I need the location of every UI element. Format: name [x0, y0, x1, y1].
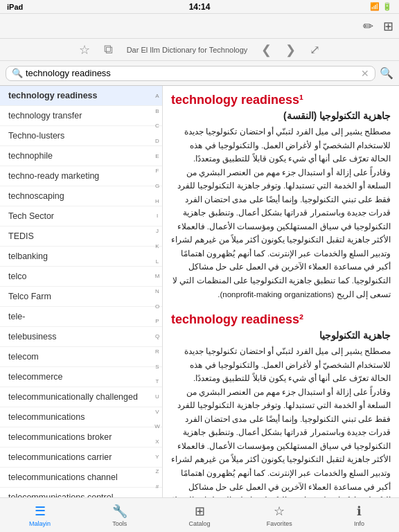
nav-bar: ☆ ⧉ Dar El Ilm Dictionary for Technology… [0, 39, 399, 61]
alpha-letter-d[interactable]: D [155, 139, 159, 144]
alpha-letter-s[interactable]: S [155, 364, 159, 370]
bottom-nav-item-favorites[interactable]: ☆Favorites [240, 504, 319, 527]
top-toolbar: ✏ ⊞ [0, 14, 399, 39]
search-icon: 🔍 [12, 68, 23, 78]
list-item[interactable]: telecommunications broker [0, 427, 162, 447]
bottom-nav-icon: 🔧 [112, 504, 127, 519]
list-item[interactable]: telecommunications carrier [0, 447, 162, 468]
list-item[interactable]: telbanking [0, 247, 162, 267]
search-bar: 🔍 ✕ 🔍 [0, 61, 399, 86]
bottom-nav: ☰Malayin🔧Tools⊞Catalog☆FavoritesℹInfo [0, 497, 399, 532]
alpha-letter-j[interactable]: J [156, 229, 159, 234]
status-bar-time: 14:14 [189, 2, 211, 12]
nav-star-icon[interactable]: ☆ [79, 42, 90, 57]
alpha-letter-e[interactable]: E [155, 154, 159, 159]
list-item[interactable]: Telco Farm [0, 287, 162, 307]
alpha-letter-v[interactable]: V [155, 409, 159, 415]
toolbar-right-icons: ✏ ⊞ [363, 19, 393, 34]
list-item[interactable]: Tech Sector [0, 206, 162, 227]
carrier-label: iPad [7, 3, 23, 11]
nav-back-arrow[interactable]: ❮ [261, 42, 272, 57]
status-bar: iPad 14:14 📶 🔋 [0, 0, 399, 14]
list-item[interactable]: technology transfer [0, 106, 162, 126]
alpha-letter-q[interactable]: Q [155, 334, 159, 339]
bottom-nav-icon: ☆ [274, 504, 285, 519]
entry-subtitle: جاهزية التكنولوجيا (النقسة) [171, 110, 391, 121]
list-item[interactable]: TEDIS [0, 227, 162, 247]
entry-body: مصطلح يشير إلى ميل الفرد لتبنّي أو احتضا… [171, 125, 391, 301]
list-item[interactable]: telebusiness [0, 327, 162, 347]
list-item[interactable]: techno-ready marketing [0, 166, 162, 186]
alphabet-sidebar: ABCDEFGHIJKLMNOPQRSTUVWXYZ# [152, 86, 162, 497]
list-item[interactable]: telecommunications control [0, 488, 162, 497]
list-item[interactable]: telecommunicationally challenged [0, 387, 162, 407]
nav-title: Dar El Ilm Dictionary for Technology [127, 46, 248, 54]
alpha-letter-w[interactable]: W [154, 424, 160, 429]
bottom-nav-label: Malayin [29, 520, 51, 527]
alpha-letter-m[interactable]: M [155, 274, 160, 279]
alpha-letter-o[interactable]: O [155, 304, 159, 310]
bottom-nav-item-catalog[interactable]: ⊞Catalog [159, 504, 239, 527]
list-item[interactable]: Techno-lusters [0, 126, 162, 146]
entry-body: مصطلح يشير إلى ميل الفرد لتبنّي أو احتضا… [171, 345, 391, 497]
alpha-letter-u[interactable]: U [155, 394, 159, 400]
alpha-letter-h[interactable]: H [155, 199, 159, 204]
alpha-letter-r[interactable]: R [155, 349, 159, 355]
list-item[interactable]: technophile [0, 146, 162, 166]
edit-icon[interactable]: ✏ [363, 19, 373, 34]
entry-subtitle: جاهزية التكنولوجيا [171, 330, 391, 341]
alpha-letter-l[interactable]: L [156, 259, 159, 265]
search-input-wrap: 🔍 ✕ [6, 66, 375, 81]
alpha-letter-p[interactable]: P [155, 319, 159, 324]
bottom-nav-label: Info [354, 520, 364, 527]
alpha-letter-b[interactable]: B [155, 109, 159, 114]
entry-title: technology readiness¹ [171, 93, 391, 107]
alpha-letter-t[interactable]: T [156, 379, 159, 384]
alpha-letter-c[interactable]: C [155, 123, 159, 129]
search-clear-icon[interactable]: ✕ [361, 68, 369, 79]
bottom-nav-item-malayin[interactable]: ☰Malayin [0, 504, 80, 527]
list-item[interactable]: telecommunications [0, 407, 162, 427]
nav-expand-icon[interactable]: ⤢ [310, 42, 320, 57]
list-item[interactable]: telecom [0, 347, 162, 367]
alpha-letter-y[interactable]: Y [155, 454, 159, 460]
left-list: technology readinesstechnology transferT… [0, 86, 163, 497]
bottom-nav-item-tools[interactable]: 🔧Tools [80, 504, 159, 527]
search-input[interactable] [26, 68, 358, 78]
status-bar-left: iPad [7, 3, 23, 11]
list-item[interactable]: technology readiness [0, 86, 162, 106]
status-bar-right: 📶 🔋 [370, 2, 392, 11]
alpha-letter-#[interactable]: # [156, 484, 159, 490]
bottom-nav-icon: ⊞ [195, 504, 205, 519]
alpha-letter-g[interactable]: G [155, 184, 159, 189]
alpha-letter-f[interactable]: F [156, 168, 159, 174]
main-area: technology readinesstechnology transferT… [0, 86, 399, 497]
wifi-icon: 📶 [370, 2, 380, 11]
bottom-nav-item-info[interactable]: ℹInfo [319, 504, 399, 527]
alpha-letter-n[interactable]: N [155, 289, 159, 294]
grid-icon[interactable]: ⊞ [383, 19, 393, 34]
right-panel: technology readiness¹جاهزية التكنولوجيا … [163, 86, 399, 497]
search-submit-icon[interactable]: 🔍 [380, 66, 393, 80]
alpha-letter-i[interactable]: I [157, 213, 158, 219]
battery-icon: 🔋 [382, 2, 392, 11]
alpha-letter-z[interactable]: Z [156, 469, 159, 475]
list-item[interactable]: technoscaping [0, 186, 162, 206]
alpha-letter-x[interactable]: X [155, 439, 159, 445]
bottom-nav-label: Favorites [267, 520, 292, 527]
entry-title: technology readiness² [171, 312, 391, 327]
list-item[interactable]: telco [0, 267, 162, 287]
nav-copy-icon[interactable]: ⧉ [104, 42, 113, 57]
alpha-letter-a[interactable]: A [155, 94, 159, 99]
bottom-nav-icon: ☰ [35, 504, 46, 519]
list-item[interactable]: tele- [0, 307, 162, 327]
list-item[interactable]: telecommunications channel [0, 468, 162, 488]
bottom-nav-icon: ℹ [357, 504, 362, 519]
alpha-letter-k[interactable]: K [155, 244, 159, 249]
bottom-nav-label: Tools [112, 520, 127, 527]
list-item[interactable]: telecommerce [0, 367, 162, 387]
nav-forward-arrow[interactable]: ❯ [285, 42, 296, 57]
bottom-nav-label: Catalog [188, 520, 210, 527]
